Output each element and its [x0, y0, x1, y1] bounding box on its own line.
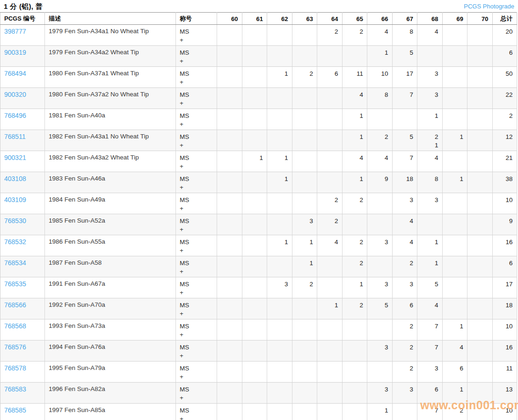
grade-cell: 5: [392, 130, 417, 151]
grade-cell: 1: [242, 151, 267, 172]
pcgs-number-link[interactable]: 398777: [4, 28, 26, 35]
grade-cell: [242, 298, 267, 319]
grade-cell: 3: [367, 340, 393, 362]
grade-cell: [317, 404, 343, 420]
grade-cell: 8: [417, 172, 443, 193]
grade-cell: 16: [492, 340, 517, 362]
grade-cell: 9: [492, 214, 517, 235]
grade-cell: 2: [392, 319, 417, 340]
grade-cell: [417, 46, 443, 67]
grade-cell: 2: [342, 256, 367, 277]
grade-cell: 4: [317, 235, 343, 256]
pcgs-number-link[interactable]: 403109: [4, 196, 26, 203]
table-row: 900321 1982 Fen Sun-A43a2 Wheat Tip MS +…: [0, 151, 517, 172]
grade-cell: [242, 109, 267, 130]
grade-cell: 4: [342, 88, 367, 109]
pcgs-number-link[interactable]: 900320: [4, 91, 26, 98]
column-header-66: 66: [367, 13, 393, 25]
pcgs-photograde-link[interactable]: PCGS Photograde: [464, 3, 514, 10]
pcgs-number-link[interactable]: 403108: [4, 175, 26, 182]
grade-cell: [442, 88, 467, 109]
pcgs-number-cell: 403108: [0, 172, 45, 193]
grade-cell: [217, 298, 242, 319]
grade-cell: [467, 277, 493, 298]
grade-cell: 17: [492, 277, 517, 298]
grade-cell: [242, 256, 267, 277]
grade-cell: [242, 362, 267, 383]
grade-cell: 4: [417, 25, 443, 46]
pcgs-number-cell: 768535: [0, 277, 45, 298]
grade-cell: 7: [417, 404, 443, 420]
pcgs-number-link[interactable]: 768534: [4, 259, 26, 267]
pcgs-number-link[interactable]: 768585: [4, 406, 26, 414]
grade-cell: [392, 109, 417, 130]
pcgs-number-link[interactable]: 900321: [4, 154, 26, 161]
table-row: 403109 1984 Fen Sun-A49a MS + 223310: [0, 193, 517, 214]
grade-cell: 2: [442, 404, 467, 420]
grade-cell: 1: [267, 172, 292, 193]
grade-cell: [217, 404, 242, 420]
coin-description: 1997 Fen Sun-A85a: [45, 404, 176, 420]
pcgs-number-link[interactable]: 768568: [4, 322, 26, 330]
grade-cell: 6: [417, 383, 443, 404]
grade-cell: 2: [317, 193, 343, 214]
coin-description: 1982 Fen Sun-A43a1 No Wheat Tip: [45, 130, 176, 151]
grade-cell: 1: [342, 277, 367, 298]
pcgs-number-link[interactable]: 768530: [4, 217, 26, 224]
grade-cell: 9: [367, 172, 393, 193]
grade-cell: [467, 46, 493, 67]
grade-cell: 1: [342, 130, 367, 151]
grade-cell: [467, 256, 493, 277]
grade-cell: [242, 193, 267, 214]
grade-cell: 1: [417, 109, 443, 130]
pcgs-number-cell: 900319: [0, 46, 45, 67]
table-body: 398777 1979 Fen Sun-A34a1 No Wheat Tip M…: [0, 25, 517, 420]
grade-cell: [242, 172, 267, 193]
grade-cell: [317, 383, 343, 404]
grade-cell: 1: [267, 151, 292, 172]
grade-cell: 18: [392, 172, 417, 193]
grade-cell: [217, 340, 242, 362]
grade-cell: 2: [392, 340, 417, 362]
column-header-68: 68: [417, 13, 443, 25]
grade-cell: 7: [417, 319, 443, 340]
page-title: 1 分 (铝), 普: [4, 2, 43, 11]
pcgs-number-link[interactable]: 768576: [4, 343, 26, 351]
pcgs-number-link[interactable]: 768578: [4, 364, 26, 372]
grade-cell: 2: [342, 193, 367, 214]
column-header-63: 63: [292, 13, 317, 25]
grade-cell: [292, 172, 317, 193]
pcgs-number-link[interactable]: 768494: [4, 70, 26, 77]
grade-cell: 3: [367, 235, 393, 256]
grade-cell: [292, 319, 317, 340]
grade-cell: [317, 319, 343, 340]
pcgs-number-link[interactable]: 768583: [4, 385, 26, 393]
grade-cell: 1: [442, 319, 467, 340]
grade-cell: [467, 88, 493, 109]
grade-cell: [217, 277, 242, 298]
table-row: 768535 1991 Fen Sun-A67a MS + 32133517: [0, 277, 517, 298]
pcgs-number-link[interactable]: 900319: [4, 49, 26, 56]
pcgs-number-link[interactable]: 768511: [4, 133, 26, 140]
pcgs-number-link[interactable]: 768532: [4, 238, 26, 246]
pcgs-number-link[interactable]: 768496: [4, 112, 26, 119]
coin-description: 1982 Fen Sun-A43a2 Wheat Tip: [45, 151, 176, 172]
grade-cell: 1: [442, 130, 467, 151]
grade-cell: 3: [417, 362, 443, 383]
grade-cell: [342, 362, 367, 383]
grade-cell: [292, 404, 317, 420]
grade-cell: 10: [492, 319, 517, 340]
grade-cell: [267, 25, 292, 46]
grade-cell: 3: [392, 383, 417, 404]
grade-cell: [317, 256, 343, 277]
grade-cell: [467, 109, 493, 130]
grade-cell: [217, 67, 242, 88]
grade-cell: [442, 46, 467, 67]
pcgs-number-link[interactable]: 768566: [4, 301, 26, 309]
table-row: 768585 1997 Fen Sun-A85a MS + 17210: [0, 404, 517, 420]
grade-cell: [217, 214, 242, 235]
grade-cell: 2: [317, 214, 343, 235]
designation-cell: MS +: [176, 298, 217, 319]
grade-cell: 50: [492, 67, 517, 88]
pcgs-number-link[interactable]: 768535: [4, 280, 26, 288]
